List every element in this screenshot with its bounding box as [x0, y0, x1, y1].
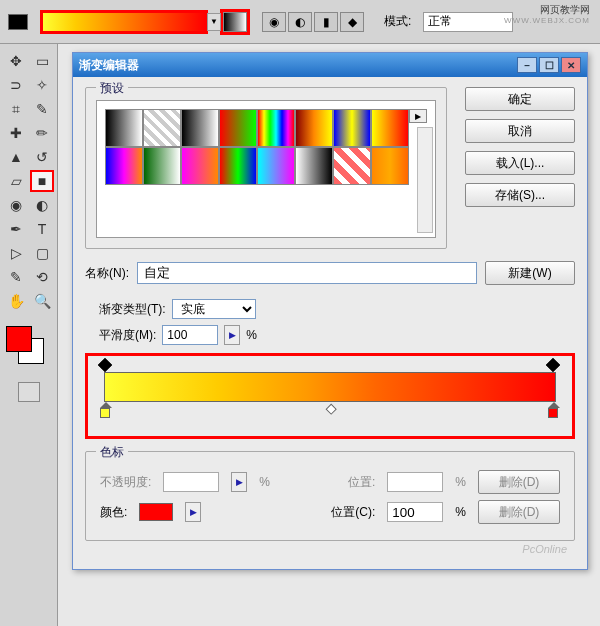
preset-item[interactable]: [143, 109, 181, 147]
delete-color-stop-button[interactable]: 删除(D): [478, 500, 560, 524]
preset-item[interactable]: [181, 109, 219, 147]
opacity-dropdown-icon[interactable]: ▶: [231, 472, 247, 492]
tool-crop[interactable]: ⌗: [4, 98, 28, 120]
position-input-2[interactable]: [387, 502, 443, 522]
preset-item[interactable]: [257, 147, 295, 185]
tool-dodge[interactable]: ◐: [30, 194, 54, 216]
name-input[interactable]: [137, 262, 477, 284]
tool-zoom[interactable]: 🔍: [30, 290, 54, 312]
tool-preset-swatch[interactable]: [8, 14, 28, 30]
preset-item[interactable]: [333, 147, 371, 185]
tool-marquee[interactable]: ▭: [30, 50, 54, 72]
tool-history-brush[interactable]: ↺: [30, 146, 54, 168]
preset-item[interactable]: [333, 109, 371, 147]
tool-stamp[interactable]: ▲: [4, 146, 28, 168]
tool-move[interactable]: ✥: [4, 50, 28, 72]
gradient-type-reflected[interactable]: ▮: [314, 12, 338, 32]
close-button[interactable]: ✕: [561, 57, 581, 73]
tool-blur[interactable]: ◉: [4, 194, 28, 216]
gradient-edit-area: [85, 353, 575, 439]
preset-item[interactable]: [295, 109, 333, 147]
preset-item[interactable]: [143, 147, 181, 185]
color-dropdown-icon[interactable]: ▶: [185, 502, 201, 522]
tool-palette: ✥ ▭ ⊃ ✧ ⌗ ✎ ✚ ✏ ▲ ↺ ▱ ■ ◉ ◐ ✒ T ▷ ▢ ✎ ⟲ …: [0, 44, 58, 626]
color-stop-left[interactable]: [100, 408, 112, 422]
gradient-type-linear[interactable]: [223, 12, 247, 32]
color-stop-right[interactable]: [548, 408, 560, 422]
watermark-top: 网页教学网 WWW.WEBJX.COM: [504, 4, 590, 26]
stop-color-swatch[interactable]: [139, 503, 173, 521]
foreground-color-swatch[interactable]: [6, 326, 32, 352]
cancel-button[interactable]: 取消: [465, 119, 575, 143]
tool-healing[interactable]: ✚: [4, 122, 28, 144]
tool-gradient[interactable]: ■: [30, 170, 54, 192]
preset-item[interactable]: [181, 147, 219, 185]
color-stop-track[interactable]: [104, 402, 556, 418]
tool-brush[interactable]: ✏: [30, 122, 54, 144]
preset-item[interactable]: [371, 109, 409, 147]
percent-label: %: [246, 328, 257, 342]
preset-item[interactable]: [105, 147, 143, 185]
mode-select[interactable]: 正常: [423, 12, 513, 32]
dialog-body: 预设 ▶: [73, 77, 587, 569]
gradient-type-label: 渐变类型(T):: [99, 301, 166, 318]
opacity-input[interactable]: [163, 472, 219, 492]
position-input-1[interactable]: [387, 472, 443, 492]
preset-item[interactable]: [219, 109, 257, 147]
options-bar: ▼ ◉ ◐ ▮ ◆ 模式: 正常 网页教学网 WWW.WEBJX.COM: [0, 0, 600, 44]
tool-pen[interactable]: ✒: [4, 218, 28, 240]
gradient-type-diamond[interactable]: ◆: [340, 12, 364, 32]
preset-box: ▶: [96, 100, 436, 238]
tool-path[interactable]: ▷: [4, 242, 28, 264]
presets-row: 预设 ▶: [85, 87, 575, 261]
gradient-bar[interactable]: [104, 372, 556, 402]
minimize-button[interactable]: –: [517, 57, 537, 73]
gradient-type-radial[interactable]: ◉: [262, 12, 286, 32]
percent-label: %: [259, 475, 270, 489]
quick-mask-button[interactable]: [18, 382, 40, 402]
preset-item[interactable]: [295, 147, 333, 185]
opacity-stop-left[interactable]: [100, 360, 112, 370]
tool-eraser[interactable]: ▱: [4, 170, 28, 192]
gradient-type-angle[interactable]: ◐: [288, 12, 312, 32]
gradient-picker[interactable]: ▼: [40, 10, 208, 34]
new-button[interactable]: 新建(W): [485, 261, 575, 285]
preset-item[interactable]: [371, 147, 409, 185]
position-label-1: 位置:: [348, 474, 375, 491]
preset-item[interactable]: [257, 109, 295, 147]
tool-lasso[interactable]: ⊃: [4, 74, 28, 96]
gradient-picker-arrow[interactable]: ▼: [207, 13, 221, 31]
gradient-type-select[interactable]: 实底: [172, 299, 256, 319]
tool-eyedropper[interactable]: ✎: [30, 98, 54, 120]
gradient-midpoint[interactable]: [326, 404, 337, 415]
tool-hand[interactable]: ✋: [4, 290, 28, 312]
preset-item[interactable]: [219, 147, 257, 185]
preset-flyout-button[interactable]: ▶: [409, 109, 427, 123]
save-button[interactable]: 存储(S)...: [465, 183, 575, 207]
smoothness-label: 平滑度(M):: [99, 327, 156, 344]
opacity-stop-row: 不透明度: ▶ % 位置: % 删除(D): [100, 470, 560, 494]
dialog-titlebar[interactable]: 渐变编辑器 – ☐ ✕: [73, 53, 587, 77]
opacity-stop-right[interactable]: [548, 360, 560, 370]
position-label-2: 位置(C):: [331, 504, 375, 521]
tool-wand[interactable]: ✧: [30, 74, 54, 96]
preset-item[interactable]: [105, 109, 143, 147]
tool-notes[interactable]: ✎: [4, 266, 28, 288]
preset-scrollbar[interactable]: [417, 127, 433, 233]
tool-shape[interactable]: ▢: [30, 242, 54, 264]
smoothness-dropdown-icon[interactable]: ▶: [224, 325, 240, 345]
dialog-title: 渐变编辑器: [79, 57, 139, 74]
ok-button[interactable]: 确定: [465, 87, 575, 111]
delete-opacity-stop-button[interactable]: 删除(D): [478, 470, 560, 494]
stops-group: 色标 不透明度: ▶ % 位置: % 删除(D) 颜色: ▶ 位置(C): %: [85, 451, 575, 541]
watermark-bottom: PcOnline: [522, 543, 567, 555]
smoothness-input[interactable]: [162, 325, 218, 345]
percent-label: %: [455, 475, 466, 489]
gradient-type-linear-group: [220, 9, 250, 35]
maximize-button[interactable]: ☐: [539, 57, 559, 73]
load-button[interactable]: 载入(L)...: [465, 151, 575, 175]
tool-type[interactable]: T: [30, 218, 54, 240]
opacity-stop-track[interactable]: [104, 366, 556, 370]
presets-group: 预设 ▶: [85, 87, 447, 249]
tool-3d[interactable]: ⟲: [30, 266, 54, 288]
